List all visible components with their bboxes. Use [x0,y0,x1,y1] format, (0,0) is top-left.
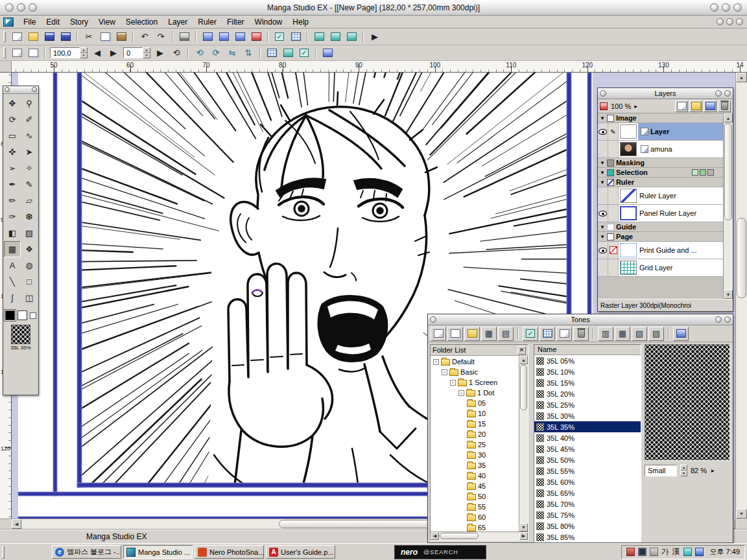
tone-list-header[interactable]: Name [534,345,641,355]
folder-40[interactable]: 40 [431,471,519,481]
window-maximize-button[interactable] [29,3,37,12]
menu-filter[interactable]: Filter [222,16,250,28]
document-restore-button[interactable] [736,18,743,25]
tool-lasso[interactable]: ∿ [21,128,38,144]
tones-button-view-thumbnails[interactable]: ▦ [481,327,497,341]
toolbar-button-snap-mode[interactable] [296,46,312,60]
toolbar-button-new-page[interactable] [9,30,25,43]
tone-item-35l-05[interactable]: 35L 05% [534,355,641,366]
toolbar-button-rotate-reset[interactable]: ⟲ [169,46,184,60]
layer-visibility-cell[interactable] [598,242,608,259]
toolbar-button-flip-vertical[interactable]: ⇅ [241,46,256,60]
folder-10[interactable]: 10 [431,408,519,419]
folder-45[interactable]: 45 [431,481,519,491]
canvas-vertical-scrollbar[interactable]: ▲ ▼ [735,73,747,519]
tone-size-select[interactable]: Small [645,465,677,476]
toolbox-titlebar[interactable] [3,86,38,94]
scroll-down-button[interactable]: ▼ [736,509,747,519]
toolbar-button-cut[interactable]: ✂ [81,30,97,43]
zoom-field-spin-up[interactable]: ▲ [80,47,88,53]
toolbar-button-copy[interactable] [97,30,113,43]
toolbar-grip[interactable] [3,47,6,58]
toolbar-button-select-option-b[interactable] [327,30,343,43]
layer-row-amuna[interactable]: amuna [598,141,723,158]
toolbar-button-zoom-prev[interactable]: ◀ [89,46,105,60]
tool-zoom[interactable]: ⚲ [21,95,38,111]
tone-item-35l-50[interactable]: 35L 50% [534,454,641,465]
layers-scroll-up[interactable]: ▲ [724,113,733,122]
window-titlebar[interactable]: Manga Studio EX - [[New Page] (182,00 * … [0,0,747,16]
vertical-scroll-thumb[interactable] [737,218,746,298]
menu-window[interactable]: Window [250,16,288,28]
visibility-eye-icon[interactable] [599,211,607,216]
menu-ruler[interactable]: Ruler [193,16,222,28]
layers-button-delete-layer[interactable] [718,100,731,112]
section-collapse-icon[interactable]: ▼ [600,234,605,240]
toolbar-button-snap-settings[interactable] [288,30,303,43]
nero-search-deskband[interactable]: nero @SEARCH [394,545,486,559]
layers-minimize-button[interactable] [715,90,722,97]
folder-1-dot[interactable]: -1 Dot [431,388,519,398]
layer-section-image[interactable]: ▼Image [598,113,723,123]
zoom-field-spinner[interactable]: ▲▼ [80,47,88,58]
folder-35[interactable]: 35 [431,460,519,471]
toolbar-button-save-all[interactable] [58,30,73,43]
tone-item-35l-10[interactable]: 35L 10% [534,366,641,377]
folder-scroll-thumb[interactable] [520,365,527,410]
tone-item-35l-35[interactable]: 35L 35% [534,421,641,432]
tone-size-spinner[interactable]: ▲ ▼ [680,465,687,476]
layer-lock-cell[interactable]: ✎ [608,123,619,140]
ime-hanja-indicator[interactable]: 漢 [672,548,680,556]
window-shade-button[interactable] [710,3,718,12]
folder-scroll-left[interactable]: ◀ [431,532,439,540]
rotation-field-value[interactable]: 0 [123,47,143,58]
toolbox-palette[interactable]: ✥⚲⟳✐▭∿✜➤➢✧✒✎✏▱✑❆◧▨▦❖A◍╲□∫◫ 35L 35% [3,86,39,395]
tones-button-display-mode-4[interactable]: ▨ [648,327,664,341]
tones-button-tone-properties[interactable] [431,327,446,341]
folder-30[interactable]: 30 [431,450,519,460]
tool-tone[interactable]: ▦ [4,241,21,257]
tool-magic-wand[interactable]: ✧ [21,160,38,176]
folder-20[interactable]: 20 [431,429,519,439]
selection-option-icon[interactable] [700,169,706,176]
tones-button-tone-pattern[interactable] [540,327,555,341]
layers-opacity-dropdown-icon[interactable]: ▸ [634,103,637,110]
toolbar-button-rotate-left[interactable]: ⟲ [192,46,208,60]
layer-section-selection[interactable]: ▼Selection [598,168,723,178]
tool-balloon[interactable]: ◍ [21,257,38,274]
tool-brush[interactable]: ✑ [4,209,21,225]
tool-marker[interactable]: ✏ [4,192,21,209]
folder-scroll-up[interactable]: ▲ [519,356,528,364]
network-tray-icon[interactable] [695,548,704,556]
task-nero-photosna[interactable]: Nero PhotoSna... [195,545,264,559]
layer-section-page[interactable]: ▼Page [598,232,723,242]
folder-50[interactable]: 50 [431,491,519,502]
folder-scroll-right[interactable]: ▶ [519,532,528,540]
zoom-field-value[interactable]: 100,0 [50,47,80,58]
tool-curve[interactable]: ∫ [4,290,21,306]
layer-row-print-guide-and[interactable]: Print Guide and ... [598,242,723,259]
visibility-eye-icon[interactable] [599,248,607,253]
toolbar-button-story-editor[interactable] [200,30,215,43]
layer-lock-cell[interactable] [608,205,619,222]
toolbar-button-rotate-right[interactable]: ⟳ [208,46,224,60]
tone-item-35l-55[interactable]: 35L 55% [534,465,641,476]
layer-visibility-cell[interactable] [598,259,608,276]
tone-size-down-icon[interactable]: ▼ [680,471,687,476]
tone-zoom-dropdown-icon[interactable]: ▸ [711,467,715,474]
layer-row-panel-ruler-layer[interactable]: Panel Ruler Layer [598,205,723,222]
tone-item-35l-40[interactable]: 35L 40% [534,432,641,443]
tree-expander[interactable]: - [450,380,456,386]
tool-panel-ruler[interactable]: ◫ [21,290,38,306]
layers-button-new-layer[interactable] [675,100,688,112]
layer-visibility-cell[interactable] [598,187,608,204]
tool-pattern[interactable]: ❖ [21,241,38,257]
layer-row-grid-layer[interactable]: Grid Layer [598,259,723,277]
window-help-button[interactable] [733,3,742,12]
toolbar-button-print[interactable] [176,30,192,43]
tool-pen[interactable]: ✒ [4,176,21,192]
folder-basic[interactable]: -Basic [431,367,519,377]
tree-expander[interactable]: - [442,369,447,375]
menu-view[interactable]: View [93,16,121,28]
folder-25[interactable]: 25 [431,439,519,450]
